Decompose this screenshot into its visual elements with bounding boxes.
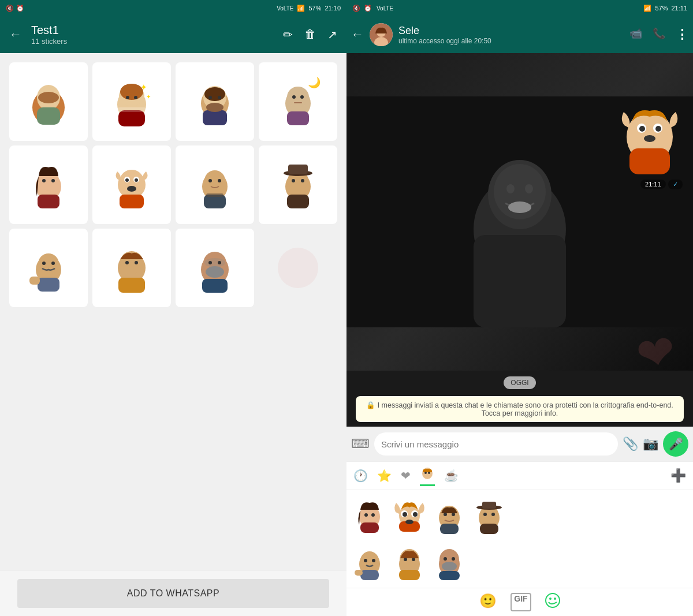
panel-sticker-preview-7[interactable]	[431, 543, 468, 583]
panel-sticker-preview-5[interactable]	[351, 543, 389, 583]
share-icon[interactable]: ↗	[327, 28, 337, 42]
left-time: 21:10	[325, 5, 341, 12]
chat-toolbar-icons: 📹 📞 ⋮	[629, 27, 688, 42]
left-title: Test1	[31, 24, 274, 37]
panel-sticker-preview-1[interactable]	[351, 496, 389, 538]
sticker-2: ✦ ✦	[96, 66, 167, 137]
sticker-cell-5[interactable]	[9, 145, 88, 224]
svg-point-17	[206, 103, 223, 112]
sticker-8	[263, 150, 333, 220]
sticker-10	[96, 233, 167, 303]
svg-text:✦: ✦	[140, 83, 147, 92]
left-wifi: 📶	[297, 5, 305, 12]
panel-sticker-preview-2[interactable]	[391, 495, 429, 539]
svg-rect-65	[202, 279, 228, 293]
svg-point-25	[300, 95, 304, 99]
svg-point-38	[135, 178, 138, 182]
sticker-7	[180, 150, 250, 220]
svg-rect-21	[287, 111, 309, 125]
message-time: 21:11	[640, 180, 666, 189]
svg-rect-114	[482, 502, 496, 509]
svg-point-68	[204, 258, 225, 267]
svg-point-108	[444, 513, 447, 516]
svg-rect-95	[360, 522, 379, 533]
svg-rect-47	[287, 195, 309, 208]
chat-messages: 21:11 ✓ OGGI 🔒 I messaggi inviati a ques…	[346, 53, 693, 427]
sticker-cell-4[interactable]: 🌙	[259, 62, 337, 141]
mic-button[interactable]: 🎤	[663, 431, 688, 457]
chat-menu-icon[interactable]: ⋮	[676, 27, 688, 42]
tab-active-pack[interactable]	[420, 465, 435, 486]
svg-rect-33	[120, 195, 144, 208]
svg-point-51	[292, 179, 295, 182]
svg-rect-111	[480, 524, 498, 534]
chat-status: ultimo accesso oggi alle 20:50	[398, 37, 624, 45]
left-battery: 57%	[308, 5, 321, 12]
sticker-1	[13, 66, 84, 137]
svg-point-104	[405, 520, 413, 524]
sticker-6	[96, 150, 167, 220]
svg-point-134	[546, 593, 560, 607]
svg-point-69	[208, 261, 212, 264]
message-input[interactable]	[374, 432, 618, 456]
camera-icon[interactable]: 📷	[643, 436, 658, 451]
sticker-cell-10[interactable]	[92, 229, 171, 307]
sticker-cell-6[interactable]	[92, 145, 171, 224]
svg-point-109	[452, 513, 455, 516]
sticker-cell-2[interactable]: ✦ ✦	[92, 62, 171, 141]
panel-sticker-preview-4[interactable]	[471, 497, 508, 537]
svg-rect-15	[203, 110, 227, 125]
sticker-cell-3[interactable]	[176, 62, 254, 141]
svg-point-90	[644, 135, 655, 142]
tab-favorites[interactable]: ⭐	[377, 469, 392, 483]
svg-point-136	[554, 598, 556, 600]
svg-point-10	[134, 96, 137, 99]
sticker-4: 🌙	[263, 66, 333, 137]
delete-icon[interactable]: 🗑	[304, 28, 316, 42]
left-title-area: Test1 11 stickers	[31, 24, 274, 46]
sticker-panel-bottom: 🙂 GIF	[346, 588, 693, 616]
svg-rect-8	[117, 107, 146, 112]
svg-point-131	[442, 562, 457, 571]
sticker-cell-9[interactable]	[9, 229, 88, 307]
svg-rect-129	[439, 571, 460, 580]
sent-sticker	[615, 99, 684, 177]
sticker-cell-11[interactable]	[176, 229, 254, 307]
right-back-button[interactable]: ←	[351, 27, 364, 42]
svg-point-103	[413, 512, 418, 517]
svg-rect-78	[474, 235, 566, 327]
add-to-whatsapp-button[interactable]: ADD TO WHATSAPP	[17, 579, 329, 608]
tab-hearts[interactable]: ❤	[401, 469, 411, 483]
svg-point-81	[525, 184, 533, 193]
panel-sticker-preview-3[interactable]	[431, 497, 468, 537]
left-status-bar: 🔇 ⏰ VoLTE 📶 57% 21:10	[0, 0, 346, 16]
left-panel: 🔇 ⏰ VoLTE 📶 57% 21:10 ← Test1 11 sticker…	[0, 0, 346, 616]
tab-coffee-pack[interactable]: ☕	[444, 469, 459, 483]
svg-point-115	[483, 513, 487, 516]
tab-recent[interactable]: 🕐	[353, 469, 368, 483]
sticker-cell-8[interactable]	[259, 145, 337, 224]
tab-add-icon[interactable]: ➕	[670, 468, 686, 483]
edit-icon[interactable]: ✏	[283, 28, 293, 42]
svg-point-57	[51, 262, 55, 265]
attach-icon[interactable]: 📎	[623, 436, 638, 451]
svg-point-3	[38, 92, 59, 103]
voice-call-icon[interactable]: 📞	[653, 27, 665, 42]
chat-avatar[interactable]	[370, 23, 393, 46]
left-back-button[interactable]: ←	[9, 27, 22, 42]
sticker-11	[180, 233, 250, 303]
encryption-notice[interactable]: 🔒 I messaggi inviati a questa chat e le …	[356, 396, 684, 422]
keyboard-icon[interactable]: ⌨	[351, 436, 370, 451]
sticker-cell-7[interactable]	[176, 145, 254, 224]
emoji-tab-icon[interactable]: 🙂	[479, 593, 497, 611]
video-call-icon[interactable]: 📹	[629, 27, 642, 42]
panel-sticker-preview-6[interactable]	[391, 543, 429, 583]
left-status-alarm: ⏰	[16, 5, 24, 12]
svg-point-116	[491, 513, 495, 516]
gif-tab-button[interactable]: GIF	[511, 593, 531, 611]
sticker-cell-1[interactable]	[9, 62, 88, 141]
left-toolbar-icons: ✏ 🗑 ↗	[283, 28, 337, 42]
sticker-tab-icon[interactable]	[545, 593, 560, 611]
svg-rect-122	[355, 570, 363, 576]
svg-rect-60	[118, 278, 145, 293]
